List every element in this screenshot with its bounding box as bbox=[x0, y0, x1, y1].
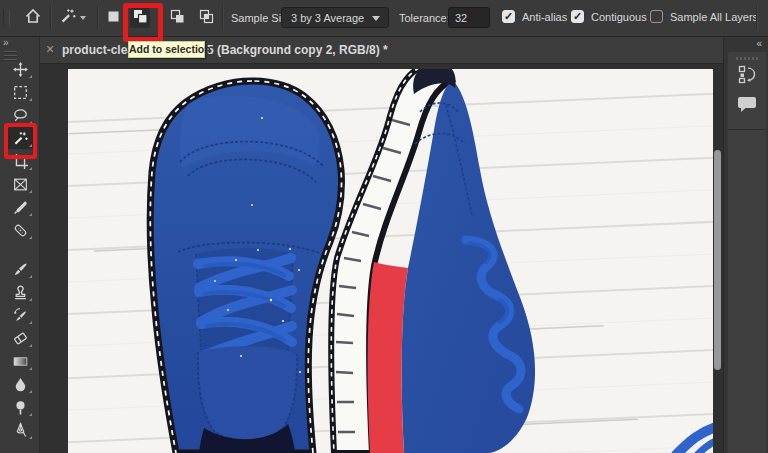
photoshop-window: Sample Size: 3 by 3 Average Tolerance: ✓… bbox=[0, 0, 768, 453]
checkbox-label: Sample All Layers bbox=[670, 11, 758, 23]
collapse-panels-icon[interactable]: « bbox=[756, 38, 761, 49]
tool-eraser[interactable] bbox=[6, 327, 34, 349]
tool-brush[interactable] bbox=[6, 258, 34, 280]
contiguous-checkbox[interactable]: ✓ Contiguous bbox=[571, 10, 647, 23]
annotation-box-magic-wand-tool bbox=[4, 123, 37, 159]
intersect-selection-icon bbox=[198, 8, 215, 29]
divider bbox=[222, 6, 224, 30]
tool-spot-healing-brush[interactable] bbox=[6, 219, 34, 241]
document-title-right: 5 (Background copy 2, RGB/8) * bbox=[207, 43, 388, 57]
chevron-down-icon bbox=[80, 16, 86, 20]
options-bar: Sample Size: 3 by 3 Average Tolerance: ✓… bbox=[0, 0, 768, 37]
tool-dodge[interactable] bbox=[6, 396, 34, 418]
add-to-selection-tooltip: Add to selection bbox=[128, 41, 205, 58]
tool-clone-stamp[interactable] bbox=[6, 281, 34, 303]
panel-icon-column bbox=[728, 52, 766, 453]
tool-history-brush[interactable] bbox=[6, 304, 34, 326]
close-tab-icon[interactable]: × bbox=[46, 41, 54, 57]
checkbox-check-icon bbox=[650, 10, 663, 23]
divider bbox=[50, 6, 52, 30]
new-selection-button[interactable] bbox=[103, 8, 123, 28]
sample-size-value: 3 by 3 Average bbox=[291, 12, 364, 24]
subtract-from-selection-icon bbox=[169, 8, 186, 29]
tool-frame[interactable] bbox=[6, 173, 34, 195]
comments-panel-button[interactable] bbox=[735, 94, 759, 118]
tool-gradient[interactable] bbox=[6, 350, 34, 372]
tool-move[interactable] bbox=[6, 58, 34, 80]
checkbox-label: Anti-alias bbox=[522, 11, 567, 23]
new-selection-icon bbox=[105, 8, 122, 29]
subtract-from-selection-button[interactable] bbox=[167, 8, 187, 28]
comment-icon bbox=[736, 94, 758, 118]
history-panel-button[interactable] bbox=[735, 64, 759, 88]
tool-pen[interactable] bbox=[6, 419, 34, 441]
home-icon bbox=[24, 7, 42, 29]
tool-blur[interactable] bbox=[6, 373, 34, 395]
panel-dock: « bbox=[723, 36, 768, 453]
tolerance-input[interactable] bbox=[448, 7, 490, 28]
checkbox-check-icon: ✓ bbox=[571, 10, 584, 23]
tool-eyedropper[interactable] bbox=[6, 196, 34, 218]
tool-rectangular-marquee[interactable] bbox=[6, 81, 34, 103]
sample-all-layers-checkbox[interactable]: Sample All Layers bbox=[650, 10, 758, 23]
home-button[interactable] bbox=[23, 8, 43, 28]
tools-panel: » bbox=[0, 36, 40, 453]
tolerance-label: Tolerance: bbox=[399, 12, 450, 24]
anti-alias-checkbox[interactable]: ✓ Anti-alias bbox=[502, 10, 567, 23]
annotation-box-add-to-selection bbox=[123, 3, 163, 42]
tool-preset-magic-wand[interactable] bbox=[55, 8, 89, 28]
canvas-area bbox=[40, 64, 723, 453]
divider bbox=[756, 6, 758, 30]
divider bbox=[97, 6, 99, 30]
dock-grip[interactable] bbox=[736, 57, 758, 60]
document-canvas[interactable] bbox=[68, 69, 713, 453]
dock-divider bbox=[728, 129, 766, 130]
options-bar-grip[interactable] bbox=[3, 10, 10, 26]
magic-wand-icon bbox=[59, 7, 77, 29]
chevron-down-icon bbox=[372, 16, 380, 21]
vertical-scrollbar-thumb[interactable] bbox=[714, 150, 721, 370]
checkbox-check-icon: ✓ bbox=[502, 10, 515, 23]
intersect-selection-button[interactable] bbox=[196, 8, 216, 28]
checkbox-label: Contiguous bbox=[591, 11, 647, 23]
history-icon bbox=[737, 64, 758, 89]
expand-tools-icon[interactable]: » bbox=[3, 37, 8, 48]
sample-size-dropdown[interactable]: 3 by 3 Average bbox=[281, 7, 389, 28]
